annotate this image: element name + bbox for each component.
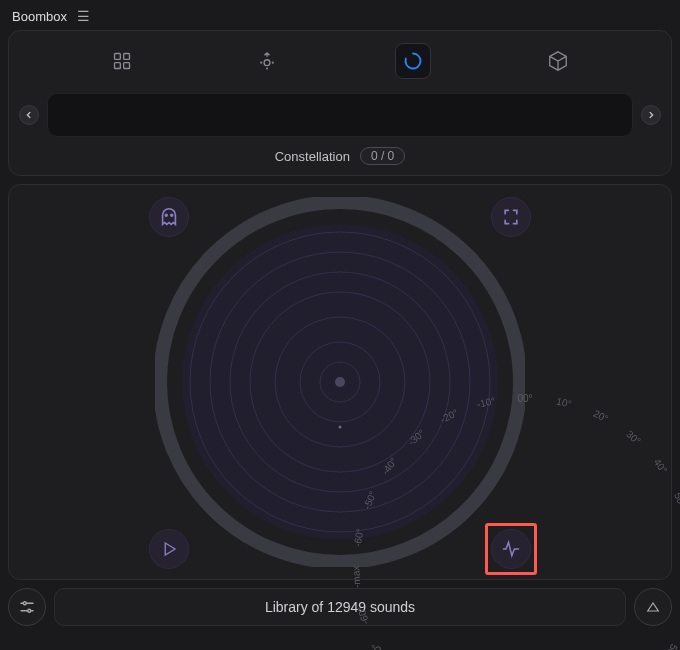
tab-aim[interactable] [249,43,285,79]
radar-dial-icon [155,197,525,567]
menu-icon[interactable]: ☰ [77,8,90,24]
svg-point-4 [264,60,270,66]
constellation-status: Constellation 0 / 0 [9,147,671,175]
footer: Library of 12949 sounds [0,580,680,626]
aim-icon [257,51,277,71]
spinner-icon [403,51,423,71]
radar-tick: -max [350,565,362,588]
constellation-label: Constellation [275,149,350,164]
svg-point-21 [23,602,26,605]
carousel [9,87,671,147]
radar-chart[interactable]: 00°10°20°30°40°50°60°max60°50°40°30°20°1… [155,197,525,567]
carousel-track[interactable] [47,93,633,137]
settings-button[interactable] [8,588,46,626]
svg-rect-1 [123,54,129,60]
svg-rect-0 [114,54,120,60]
triangle-up-icon [645,599,661,615]
svg-point-6 [273,62,274,63]
svg-rect-2 [114,63,120,69]
radar-tick: -50° [369,641,388,650]
top-panel: Constellation 0 / 0 [8,30,672,176]
tab-spinner[interactable] [395,43,431,79]
grid-icon [112,51,132,71]
carousel-next-button[interactable] [641,105,661,125]
svg-point-20 [339,426,342,429]
radar-tick: 50° [663,642,680,650]
radar-tick: 00° [517,393,532,404]
svg-rect-3 [123,63,129,69]
svg-point-7 [267,68,268,69]
svg-point-22 [28,609,31,612]
chevron-left-icon [24,110,34,120]
radar-tick: 30° [624,428,643,446]
radar-tick: 20° [592,408,610,425]
library-bar[interactable]: Library of 12949 sounds [54,588,626,626]
radar-tick: 50° [672,491,680,509]
tab-grid[interactable] [104,43,140,79]
svg-point-19 [335,377,345,387]
carousel-prev-button[interactable] [19,105,39,125]
expand-button[interactable] [634,588,672,626]
library-label: Library of 12949 sounds [265,599,415,615]
radar-tick: 40° [652,457,670,476]
constellation-counter: 0 / 0 [360,147,405,165]
chevron-right-icon [646,110,656,120]
radar-panel: 00°10°20°30°40°50°60°max60°50°40°30°20°1… [8,184,672,580]
cube-icon [547,50,569,72]
tab-cube[interactable] [540,43,576,79]
view-tabs [9,31,671,87]
sliders-icon [18,598,36,616]
app-title: Boombox [12,9,67,24]
app-header: Boombox ☰ [0,0,680,30]
radar-tick: 10° [555,395,572,409]
svg-point-5 [261,62,262,63]
